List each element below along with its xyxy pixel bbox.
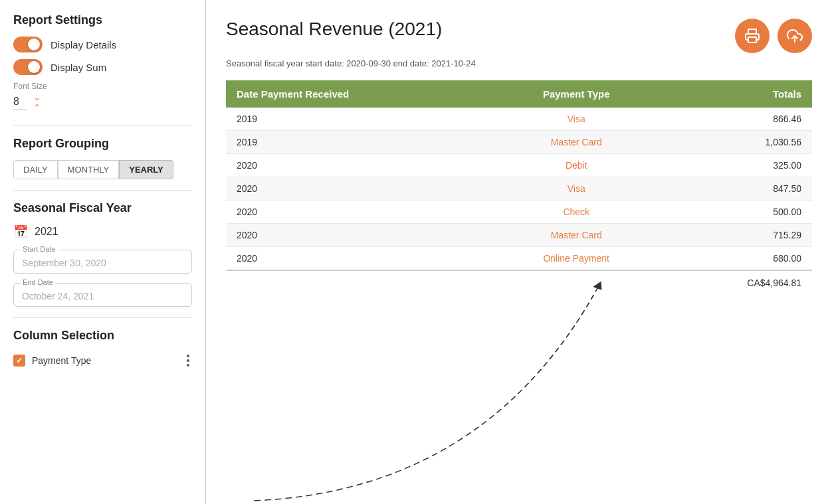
cell-payment-type: Master Card bbox=[490, 131, 663, 154]
display-details-toggle[interactable] bbox=[13, 37, 43, 52]
font-size-arrows: ⌄ ⌃ bbox=[33, 92, 41, 112]
cell-payment-type: Visa bbox=[490, 108, 663, 131]
payment-type-column-label: Payment Type bbox=[32, 355, 91, 366]
report-title: Seasonal Revenue (2021) bbox=[226, 19, 442, 40]
fiscal-year-value: 2021 bbox=[35, 226, 58, 238]
cell-date: 2020 bbox=[226, 154, 490, 177]
start-date-label: Start Date bbox=[21, 245, 58, 253]
col-header-payment-type: Payment Type bbox=[490, 80, 663, 108]
cell-total: 1,030.56 bbox=[663, 131, 812, 154]
font-size-up-button[interactable]: ⌃ bbox=[33, 103, 41, 112]
font-size-control: 8 ⌄ ⌃ bbox=[13, 92, 192, 112]
cell-date: 2020 bbox=[226, 177, 490, 201]
start-date-field[interactable]: Start Date September 30, 2020 bbox=[13, 250, 192, 274]
payment-type-checkbox[interactable] bbox=[13, 355, 25, 367]
group-yearly-button[interactable]: YEARLY bbox=[119, 160, 173, 179]
table-row: 2020Visa847.50 bbox=[226, 177, 812, 201]
font-size-value: 8 bbox=[13, 96, 27, 110]
table-header-row: Date Payment Received Payment Type Total… bbox=[226, 80, 812, 108]
report-subtitle: Seasonal fiscal year start date: 2020-09… bbox=[226, 58, 812, 68]
font-size-down-button[interactable]: ⌄ bbox=[33, 92, 41, 102]
cell-date: 2019 bbox=[226, 131, 490, 154]
fiscal-year-row: 📅 2021 bbox=[13, 224, 192, 239]
display-sum-toggle-row: Display Sum bbox=[13, 59, 192, 75]
column-selection: Column Selection Payment Type bbox=[13, 329, 192, 369]
cell-date: 2019 bbox=[226, 108, 490, 131]
table-total: CA$4,964.81 bbox=[663, 270, 812, 295]
cell-date: 2020 bbox=[226, 201, 490, 224]
calendar-icon: 📅 bbox=[13, 224, 28, 239]
font-size-section: Font Size 8 ⌄ ⌃ bbox=[13, 82, 192, 112]
grouping-buttons: DAILY MONTHLY YEARLY bbox=[13, 160, 192, 179]
upload-cloud-icon bbox=[787, 28, 803, 44]
display-sum-toggle[interactable] bbox=[13, 59, 43, 75]
display-details-toggle-row: Display Details bbox=[13, 37, 192, 52]
group-monthly-button[interactable]: MONTHLY bbox=[58, 160, 120, 179]
sidebar: Report Settings Display Details Display … bbox=[0, 0, 206, 504]
cell-date: 2020 bbox=[226, 247, 490, 271]
cell-date: 2020 bbox=[226, 224, 490, 247]
header-buttons bbox=[735, 19, 812, 53]
table-row: 2020Online Payment680.00 bbox=[226, 247, 812, 271]
display-sum-label: Display Sum bbox=[51, 62, 106, 73]
cell-total: 866.46 bbox=[663, 108, 812, 131]
cell-total: 500.00 bbox=[663, 201, 812, 224]
table-row: 2019Visa866.46 bbox=[226, 108, 812, 131]
start-date-value: September 30, 2020 bbox=[22, 258, 106, 268]
col-header-date: Date Payment Received bbox=[226, 80, 490, 108]
cell-total: 847.50 bbox=[663, 177, 812, 201]
annotation-arrow bbox=[206, 265, 832, 504]
end-date-field[interactable]: End Date October 24, 2021 bbox=[13, 283, 192, 307]
font-size-label: Font Size bbox=[13, 82, 192, 91]
main-content: Seasonal Revenue (2021) Seasonal fiscal … bbox=[206, 0, 832, 504]
divider-3 bbox=[13, 317, 192, 318]
divider-2 bbox=[13, 190, 192, 191]
group-daily-button[interactable]: DAILY bbox=[13, 160, 58, 179]
column-options-menu[interactable] bbox=[184, 352, 192, 369]
table-row: 2020Master Card715.29 bbox=[226, 224, 812, 247]
svg-rect-0 bbox=[748, 37, 756, 42]
cell-total: 715.29 bbox=[663, 224, 812, 247]
table-row: 2020Debit325.00 bbox=[226, 154, 812, 177]
cell-payment-type: Master Card bbox=[490, 224, 663, 247]
column-payment-type-item: Payment Type bbox=[13, 352, 192, 369]
divider-1 bbox=[13, 126, 192, 126]
table-footer-row: CA$4,964.81 bbox=[226, 270, 812, 295]
report-settings-title: Report Settings bbox=[13, 13, 192, 27]
table-footer-empty bbox=[226, 270, 663, 295]
fiscal-year-title: Seasonal Fiscal Year bbox=[13, 201, 192, 215]
upload-button[interactable] bbox=[778, 19, 812, 53]
report-table: Date Payment Received Payment Type Total… bbox=[226, 80, 812, 295]
table-row: 2019Master Card1,030.56 bbox=[226, 131, 812, 154]
print-icon bbox=[744, 28, 760, 44]
end-date-value: October 24, 2021 bbox=[22, 291, 94, 301]
end-date-label: End Date bbox=[21, 278, 55, 286]
table-row: 2020Check500.00 bbox=[226, 201, 812, 224]
column-selection-title: Column Selection bbox=[13, 329, 192, 343]
cell-payment-type: Visa bbox=[490, 177, 663, 201]
report-header: Seasonal Revenue (2021) bbox=[226, 19, 812, 53]
display-details-label: Display Details bbox=[51, 39, 116, 50]
cell-payment-type: Online Payment bbox=[490, 247, 663, 271]
col-header-totals: Totals bbox=[663, 80, 812, 108]
cell-total: 325.00 bbox=[663, 154, 812, 177]
cell-total: 680.00 bbox=[663, 247, 812, 271]
cell-payment-type: Check bbox=[490, 201, 663, 224]
report-grouping-title: Report Grouping bbox=[13, 137, 192, 151]
cell-payment-type: Debit bbox=[490, 154, 663, 177]
print-button[interactable] bbox=[735, 19, 770, 53]
